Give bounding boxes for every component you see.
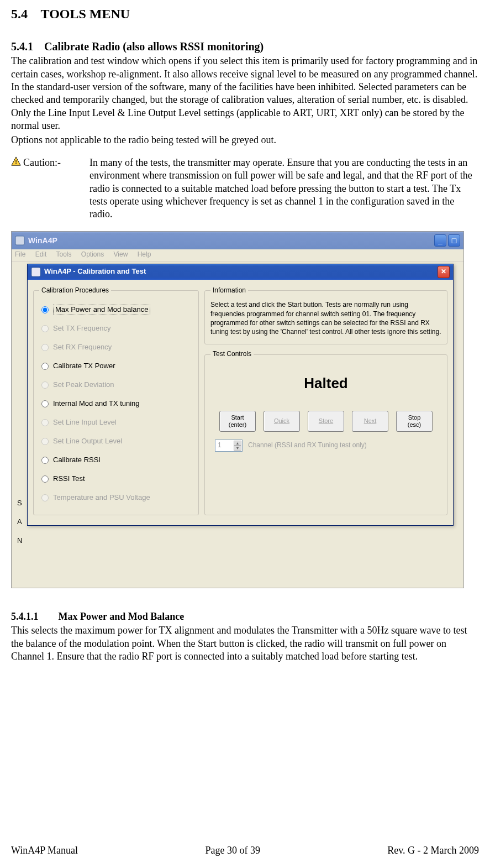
- radio-input-8[interactable]: [41, 457, 49, 464]
- channel-value: 1: [218, 441, 222, 450]
- side-letters: S A N: [17, 494, 22, 550]
- caution-block: ! Caution:- In many of the tests, the tr…: [11, 156, 479, 221]
- radio-label-3: Calibrate TX Power: [53, 362, 115, 371]
- radio-label-2: Set RX Frequency: [53, 343, 112, 352]
- radio-option-8[interactable]: Calibrate RSSI: [39, 451, 193, 469]
- subsection-title: Calibrate Radio (also allows RSSI monito…: [44, 40, 264, 53]
- radio-input-0[interactable]: [41, 306, 49, 313]
- spinbox-arrows[interactable]: ▲ ▼: [234, 441, 241, 451]
- side-a: A: [17, 513, 22, 531]
- section-title: TOOLS MENU: [41, 7, 130, 21]
- information-text: Select a test and click the Start button…: [210, 300, 441, 336]
- quick-button[interactable]: Quick: [264, 411, 300, 432]
- maximize-button[interactable]: □: [448, 234, 460, 247]
- footer-center: Page 30 of 39: [205, 844, 260, 857]
- test-status: Halted: [210, 364, 441, 409]
- radio-input-5[interactable]: [41, 400, 49, 407]
- radio-label-5: Internal Mod and TX tuning: [53, 399, 140, 409]
- channel-label: Channel (RSSI and RX Tuning test only): [248, 441, 367, 450]
- app-title: WinA4P: [28, 236, 57, 245]
- information-legend: Information: [210, 286, 248, 295]
- radio-option-1: Set TX Frequency: [39, 319, 193, 338]
- svg-rect-2: [15, 236, 24, 245]
- spin-up-icon[interactable]: ▲: [234, 441, 241, 446]
- menu-file[interactable]: File: [15, 250, 25, 258]
- svg-text:!: !: [15, 158, 17, 165]
- store-button[interactable]: Store: [308, 411, 344, 432]
- radio-option-7: Set Line Output Level: [39, 432, 193, 451]
- spin-down-icon[interactable]: ▼: [234, 446, 241, 451]
- dialog-close-button[interactable]: [438, 266, 450, 278]
- stop-button-hint: (esc): [408, 421, 421, 428]
- radio-input-2: [41, 344, 49, 351]
- calibration-procedures-group: Calibration Procedures Max Power and Mod…: [33, 286, 199, 516]
- side-s: S: [17, 494, 22, 513]
- test-controls-group: Test Controls Halted Start (enter) Quick: [204, 350, 447, 515]
- radio-label-8: Calibrate RSSI: [53, 456, 101, 465]
- start-button-hint: (enter): [229, 421, 246, 428]
- footer-left: WinA4P Manual: [11, 844, 78, 857]
- minimize-button[interactable]: _: [434, 234, 446, 247]
- radio-option-3[interactable]: Calibrate TX Power: [39, 357, 193, 375]
- warning-icon: !: [11, 156, 21, 166]
- radio-option-5[interactable]: Internal Mod and TX tuning: [39, 394, 193, 413]
- caution-label: Caution:-: [23, 157, 61, 168]
- menu-options[interactable]: Options: [81, 250, 104, 258]
- page-footer: WinA4P Manual Page 30 of 39 Rev. G - 2 M…: [11, 844, 479, 857]
- radio-input-9[interactable]: [41, 475, 49, 483]
- subsub-body: This selects the maximum power for TX al…: [11, 624, 479, 663]
- calibration-dialog: WinA4P - Calibration and Test Calibratio…: [27, 264, 454, 526]
- caution-body: In many of the tests, the transmitter ma…: [89, 156, 479, 221]
- quick-button-label: Quick: [274, 417, 289, 425]
- radio-label-6: Set Line Input Level: [53, 418, 117, 427]
- radio-input-7: [41, 438, 49, 445]
- radio-option-10: Temperature and PSU Voltage: [39, 488, 193, 507]
- screenshot-figure: WinA4P _ □ File Edit Tools Options View …: [11, 231, 464, 588]
- subsection-number: 5.4.1: [11, 40, 33, 53]
- radio-label-9: RSSI Test: [53, 474, 85, 484]
- start-button[interactable]: Start (enter): [219, 411, 256, 432]
- menu-edit[interactable]: Edit: [35, 250, 47, 258]
- next-button[interactable]: Next: [352, 411, 388, 432]
- calibration-procedures-legend: Calibration Procedures: [39, 286, 111, 295]
- radio-label-10: Temperature and PSU Voltage: [53, 493, 150, 503]
- start-button-label: Start: [231, 414, 244, 421]
- menu-view[interactable]: View: [114, 250, 128, 258]
- radio-label-7: Set Line Output Level: [53, 437, 122, 446]
- svg-rect-3: [31, 268, 40, 276]
- radio-option-0[interactable]: Max Power and Mod balance: [39, 300, 193, 319]
- radio-option-9[interactable]: RSSI Test: [39, 469, 193, 488]
- radio-input-10: [41, 494, 49, 501]
- side-n: N: [17, 531, 22, 550]
- app-titlebar: WinA4P _ □: [12, 232, 463, 249]
- store-button-label: Store: [319, 417, 333, 425]
- radio-input-4: [41, 381, 49, 389]
- dialog-title: WinA4P - Calibration and Test: [44, 267, 146, 276]
- section-number: 5.4: [11, 7, 28, 21]
- radio-input-1: [41, 325, 49, 332]
- section-heading: 5.4 TOOLS MENU: [11, 6, 479, 23]
- radio-option-4: Set Peak Deviation: [39, 375, 193, 394]
- test-controls-legend: Test Controls: [210, 350, 254, 359]
- app-icon: [15, 236, 25, 245]
- radio-label-1: Set TX Frequency: [53, 324, 111, 333]
- information-group: Information Select a test and click the …: [204, 286, 447, 344]
- menu-tools[interactable]: Tools: [56, 250, 72, 258]
- menu-bar: File Edit Tools Options View Help: [12, 249, 463, 262]
- radio-input-6: [41, 419, 49, 426]
- stop-button[interactable]: Stop (esc): [396, 411, 433, 432]
- subsubsection-title: Max Power and Mod Balance: [59, 611, 185, 622]
- subsubsection-heading: 5.4.1.1 Max Power and Mod Balance: [11, 610, 479, 623]
- dialog-icon: [31, 267, 41, 277]
- menu-help[interactable]: Help: [138, 250, 151, 258]
- paragraph-1: The calibration and test window which op…: [11, 55, 479, 132]
- subsubsection-number: 5.4.1.1: [11, 611, 39, 622]
- radio-option-6: Set Line Input Level: [39, 413, 193, 432]
- footer-right: Rev. G - 2 March 2009: [387, 844, 479, 857]
- dialog-titlebar: WinA4P - Calibration and Test: [28, 264, 453, 280]
- app-window: WinA4P _ □ File Edit Tools Options View …: [12, 232, 463, 588]
- channel-spinbox[interactable]: 1 ▲ ▼: [215, 440, 243, 452]
- radio-input-3[interactable]: [41, 363, 49, 370]
- stop-button-label: Stop: [408, 414, 421, 421]
- radio-option-2: Set RX Frequency: [39, 338, 193, 357]
